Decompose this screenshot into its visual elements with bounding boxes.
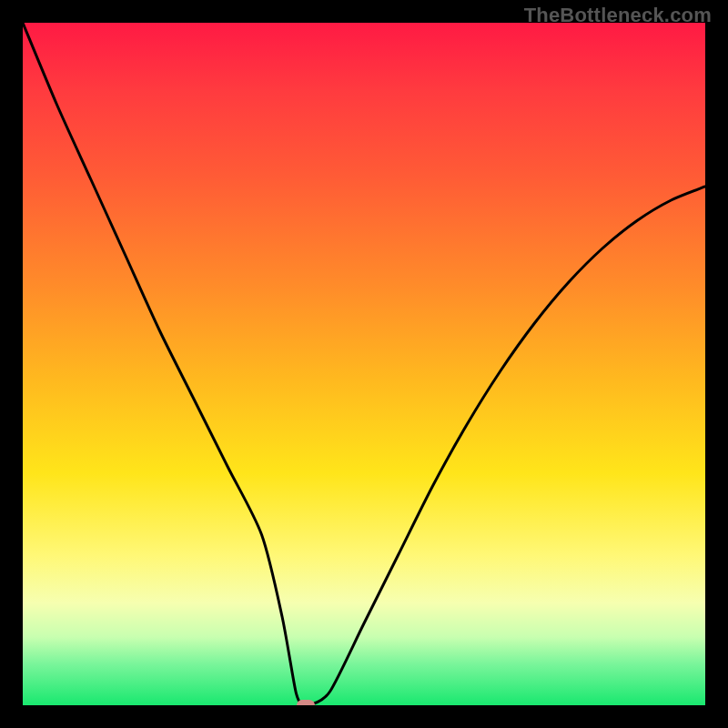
curve-svg [23,23,705,705]
bottleneck-curve [23,23,705,705]
watermark-text: TheBottleneck.com [524,4,712,27]
chart-container: TheBottleneck.com [0,0,728,728]
plot-area [23,23,705,705]
optimal-point-marker [297,700,315,705]
